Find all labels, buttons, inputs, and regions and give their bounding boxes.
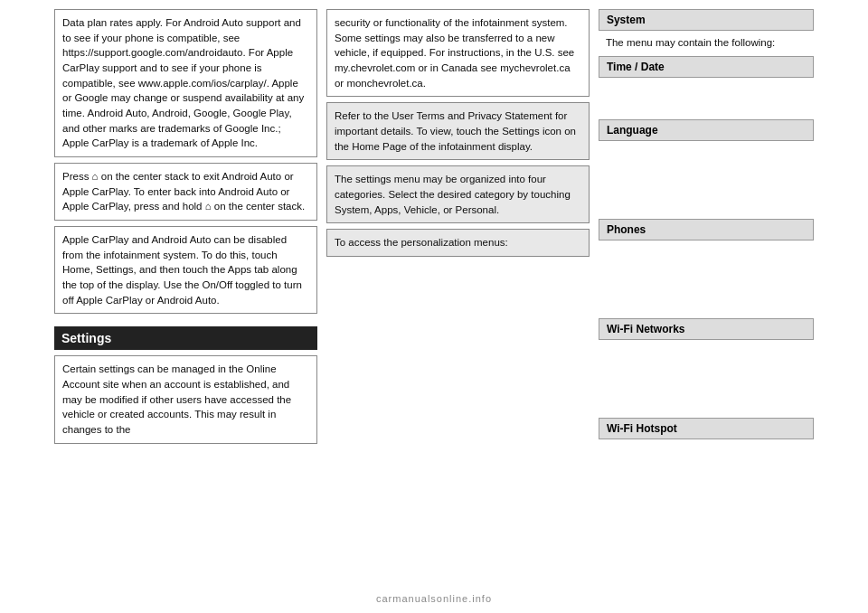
spacer-1 — [599, 81, 814, 118]
spacer-4 — [599, 344, 814, 416]
spacer-3 — [599, 244, 814, 316]
content-area: Data plan rates apply. For Android Auto … — [0, 0, 868, 613]
middle-block-1: security or functionality of the infotai… — [326, 9, 590, 97]
left-block-1: Data plan rates apply. For Android Auto … — [54, 9, 317, 157]
language-header: Language — [599, 119, 814, 141]
watermark: carmanualsonline.info — [371, 591, 497, 606]
wifi-hotspot-header: Wi-Fi Hotspot — [599, 418, 814, 439]
middle-block-4: To access the personalization menus: — [326, 229, 590, 257]
phones-header: Phones — [599, 219, 814, 240]
page-container: Data plan rates apply. For Android Auto … — [0, 0, 868, 613]
wifi-networks-header: Wi-Fi Networks — [599, 318, 814, 340]
column-left: Data plan rates apply. For Android Auto … — [54, 9, 317, 604]
middle-block-2: Refer to the User Terms and Privacy Stat… — [326, 102, 590, 160]
system-desc: The menu may contain the following: — [599, 34, 814, 51]
left-block-4: Certain settings can be managed in the O… — [54, 355, 317, 443]
settings-header: Settings — [54, 326, 317, 350]
middle-block-3: The settings menu may be organized into … — [326, 165, 590, 223]
system-header: System — [599, 9, 814, 31]
left-block-2: Press ⌂ on the center stack to exit Andr… — [54, 163, 317, 221]
time-date-header: Time / Date — [599, 56, 814, 78]
column-right: System The menu may contain the followin… — [599, 9, 814, 604]
left-block-3: Apple CarPlay and Android Auto can be di… — [54, 226, 317, 314]
spacer-2 — [599, 145, 814, 217]
column-middle: security or functionality of the infotai… — [326, 9, 590, 604]
